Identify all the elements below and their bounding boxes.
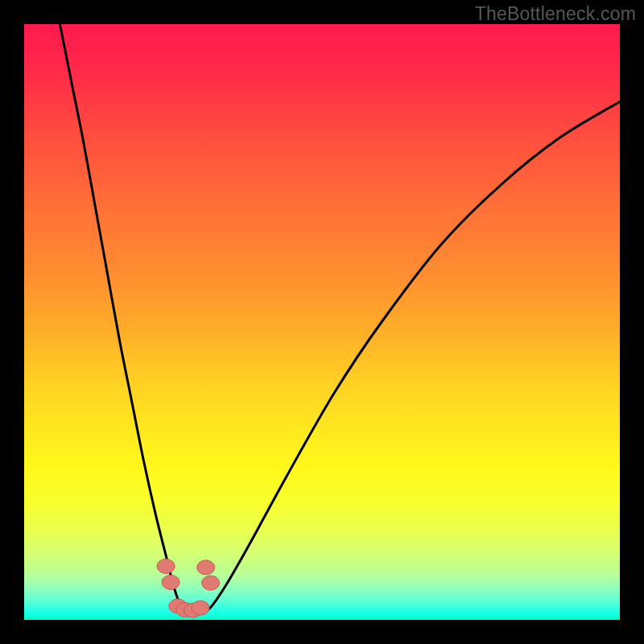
chart-frame: TheBottleneck.com <box>0 0 644 644</box>
data-marker <box>157 559 175 573</box>
data-marker <box>202 576 220 590</box>
bottleneck-curve-path <box>60 24 620 614</box>
data-marker <box>162 575 180 589</box>
watermark-text: TheBottleneck.com <box>475 3 636 25</box>
curve-layer <box>24 24 620 620</box>
plot-area <box>24 24 620 620</box>
data-marker <box>197 560 215 575</box>
bottleneck-curve <box>60 24 620 614</box>
data-marker <box>192 601 209 615</box>
